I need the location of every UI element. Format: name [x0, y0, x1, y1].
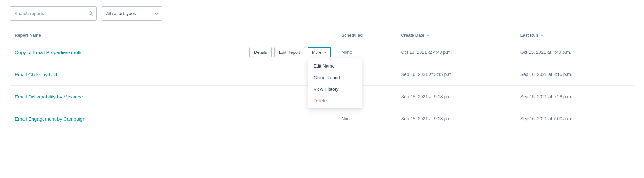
more-button[interactable]: More ▲: [308, 47, 331, 57]
sort-arrow-create: △: [427, 33, 429, 38]
cell-last-run: Sep 16, 2021 at 3:15 p.m.: [515, 63, 634, 86]
table-body: Copy of Email Properties- multi Details …: [10, 41, 634, 130]
chevron-down-icon: ▼: [323, 117, 327, 121]
details-button[interactable]: Details: [249, 47, 272, 57]
cell-name: Email Engagement by Campaign: [10, 108, 244, 130]
report-type-select-wrapper: All report types Email Contact Deal Webs…: [101, 6, 162, 21]
col-header-create-date[interactable]: Create Date △: [396, 30, 515, 41]
report-name-link[interactable]: Email Clicks by URL: [15, 72, 59, 77]
col-header-actions: [244, 30, 336, 41]
cell-create-date: Oct 13, 2021 at 4:49 p.m.: [396, 41, 515, 63]
search-icon-button[interactable]: [88, 11, 93, 16]
dropdown-edit-name[interactable]: Edit Name: [308, 60, 362, 72]
action-buttons: Details Edit Report More ▲ Edit Name Clo…: [249, 47, 331, 57]
header-row: Report Name Scheduled Create Date △ Last…: [10, 30, 634, 41]
cell-last-run: Sep 16, 2021 at 7:00 a.m.: [515, 108, 634, 130]
cell-create-date: Sep 16, 2021 at 3:15 p.m.: [396, 63, 515, 86]
edit-report-button[interactable]: Edit Report: [274, 91, 305, 102]
report-name-link[interactable]: Email Deliverability by Message: [15, 94, 83, 99]
cell-name: Copy of Email Properties- multi: [10, 41, 244, 63]
search-wrapper: [10, 6, 97, 21]
cell-last-run: Oct 13, 2021 at 4:49 p.m.: [515, 41, 634, 63]
table-row: Copy of Email Properties- multi Details …: [10, 41, 634, 63]
more-wrapper: More ▲ Edit Name Clone Report View Histo…: [308, 47, 331, 57]
edit-report-button[interactable]: Edit Report: [274, 69, 305, 80]
more-wrapper: More ▼: [308, 114, 331, 124]
dropdown-delete[interactable]: Delete: [308, 95, 362, 107]
cell-scheduled: None: [336, 108, 396, 130]
col-header-last-run[interactable]: Last Run △: [515, 30, 634, 41]
cell-actions: Details Edit Report More ▼: [244, 108, 336, 130]
report-type-select[interactable]: All report types Email Contact Deal Webs…: [101, 6, 162, 21]
svg-line-1: [92, 14, 93, 16]
reports-table: Report Name Scheduled Create Date △ Last…: [10, 30, 634, 130]
cell-create-date: Sep 15, 2021 at 9:28 p.m.: [396, 86, 515, 108]
sort-arrow-lastrun: △: [541, 33, 543, 38]
table-row: Email Engagement by Campaign Details Edi…: [10, 108, 634, 130]
cell-create-date: Sep 15, 2021 at 9:28 p.m.: [396, 108, 515, 130]
toolbar: All report types Email Contact Deal Webs…: [10, 6, 634, 21]
cell-actions: Details Edit Report More ▲ Edit Name Clo…: [244, 41, 336, 63]
page-wrapper: All report types Email Contact Deal Webs…: [0, 0, 644, 178]
details-button[interactable]: Details: [249, 91, 272, 102]
cell-name: Email Deliverability by Message: [10, 86, 244, 108]
search-icon: [88, 11, 93, 16]
dropdown-clone-report[interactable]: Clone Report: [308, 72, 362, 83]
report-name-link[interactable]: Email Engagement by Campaign: [15, 116, 85, 122]
col-header-name: Report Name: [10, 30, 244, 41]
edit-report-button[interactable]: Edit Report: [274, 47, 305, 57]
more-button[interactable]: More ▼: [308, 114, 331, 124]
edit-report-button[interactable]: Edit Report: [274, 114, 305, 124]
search-input[interactable]: [10, 6, 97, 21]
col-header-scheduled: Scheduled: [336, 30, 396, 41]
report-name-link[interactable]: Copy of Email Properties- multi: [15, 50, 81, 55]
cell-last-run: Sep 15, 2021 at 9:28 p.m.: [515, 86, 634, 108]
details-button[interactable]: Details: [249, 69, 272, 80]
chevron-up-icon: ▲: [323, 51, 327, 54]
cell-name: Email Clicks by URL: [10, 63, 244, 86]
table-header: Report Name Scheduled Create Date △ Last…: [10, 30, 634, 41]
details-button[interactable]: Details: [249, 114, 272, 124]
more-dropdown-menu: Edit Name Clone Report View History Dele…: [308, 58, 362, 109]
dropdown-view-history[interactable]: View History: [308, 83, 362, 95]
